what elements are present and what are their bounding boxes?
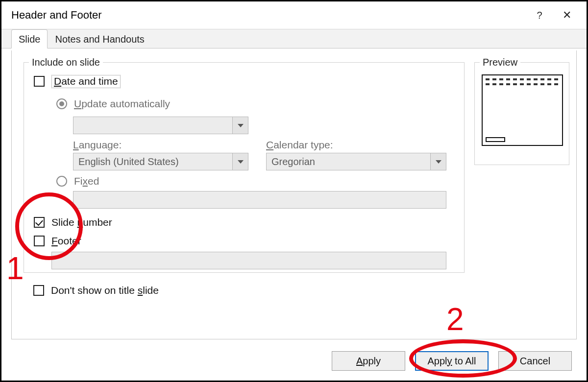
- preview-subheader-line: [486, 83, 559, 85]
- dialog-window: Header and Footer ? ✕ Slide Notes and Ha…: [0, 0, 588, 382]
- apply-button[interactable]: Apply: [332, 351, 405, 371]
- radio-fixed[interactable]: [56, 176, 67, 187]
- label-slide-number: Slide number: [51, 216, 112, 228]
- label-date-time: Date and time: [51, 75, 121, 87]
- radio-update-automatically[interactable]: [56, 98, 67, 109]
- tab-strip: Slide Notes and Handouts: [1, 29, 587, 48]
- group-include-on-slide: Include on slide Date and time Update au…: [24, 62, 465, 273]
- combo-calendar-button[interactable]: [430, 153, 446, 170]
- label-update-automatically: Update automatically: [74, 98, 170, 110]
- checkbox-footer[interactable]: [34, 236, 45, 246]
- label-footer: Footer: [51, 235, 81, 247]
- combo-language[interactable]: English (United States): [73, 153, 248, 170]
- titlebar: Header and Footer ? ✕: [1, 1, 587, 29]
- close-button[interactable]: ✕: [553, 5, 581, 25]
- dialog-button-row: Apply Apply to All Cancel: [332, 351, 572, 371]
- label-dont-show-title-slide: Don't show on title slide: [51, 285, 159, 296]
- tab-slide[interactable]: Slide: [11, 29, 48, 48]
- checkbox-slide-number[interactable]: [34, 217, 45, 228]
- dialog-title: Header and Footer: [11, 9, 526, 22]
- input-footer-text[interactable]: [51, 252, 446, 269]
- label-fixed: Fixed: [74, 175, 99, 187]
- help-button[interactable]: ?: [526, 5, 553, 25]
- preview-thumbnail: [482, 74, 563, 146]
- checkbox-dont-show-title-slide[interactable]: [33, 285, 44, 296]
- chevron-down-icon: [436, 160, 441, 164]
- preview-slide-number-box: [486, 137, 505, 142]
- input-fixed-date[interactable]: [73, 191, 446, 209]
- dialog-panel: Include on slide Date and time Update au…: [11, 50, 577, 339]
- combo-language-button[interactable]: [232, 153, 248, 170]
- combo-date-format[interactable]: [73, 117, 248, 134]
- combo-calendar-type[interactable]: Gregorian: [266, 153, 446, 170]
- apply-to-all-button[interactable]: Apply to All: [415, 351, 489, 371]
- label-calendar-type: Calendar type:: [266, 139, 333, 151]
- group-preview: Preview: [474, 62, 569, 165]
- combo-language-value: English (United States): [74, 156, 232, 167]
- combo-date-format-button[interactable]: [232, 117, 248, 134]
- cancel-button[interactable]: Cancel: [498, 351, 572, 371]
- chevron-down-icon: [238, 124, 244, 127]
- group-legend-include: Include on slide: [29, 57, 103, 68]
- checkbox-date-time[interactable]: [34, 76, 45, 87]
- group-legend-preview: Preview: [480, 57, 520, 68]
- label-language: Language:: [73, 139, 122, 151]
- preview-header-line: [486, 78, 559, 80]
- chevron-down-icon: [238, 160, 244, 164]
- tab-notes-handouts[interactable]: Notes and Handouts: [48, 29, 151, 48]
- combo-calendar-value: Gregorian: [267, 156, 430, 167]
